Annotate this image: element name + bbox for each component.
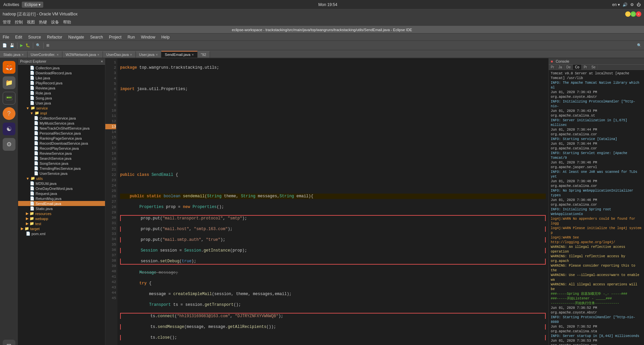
menu-project[interactable]: Project bbox=[108, 34, 123, 40]
tab-static-java[interactable]: Static.java × bbox=[0, 51, 28, 58]
console-tab-pr2[interactable]: Pr bbox=[582, 65, 589, 70]
console-tab-ja[interactable]: Ja bbox=[556, 65, 565, 70]
console-output: Tomcat v9.0 Server at localhost [Apache … bbox=[549, 70, 644, 345]
tree-item-test-folder[interactable]: ▶ 📁 test bbox=[18, 221, 105, 226]
sidebar-help-icon[interactable]: ? bbox=[3, 107, 15, 120]
tab-close-static[interactable]: × bbox=[22, 53, 24, 57]
toolbar-debug[interactable]: 🐛 bbox=[24, 43, 31, 48]
project-explorer-content[interactable]: 📄 Collection.java 📄 DownloadRecord.java … bbox=[18, 65, 105, 345]
tree-item-newtrackservice[interactable]: 📄 NewTrackOnShelfService.java bbox=[18, 126, 105, 131]
power-icon[interactable]: ⏻ bbox=[637, 2, 641, 7]
tree-item-sendemail-selected[interactable]: 📄 SendEmail.java bbox=[18, 201, 105, 206]
menu-help[interactable]: 帮助 bbox=[63, 19, 71, 25]
tree-item-personalrecservice[interactable]: 📄 PersonalRecService.java bbox=[18, 131, 105, 136]
tree-item-target-folder[interactable]: ▶ 📁 target bbox=[18, 226, 105, 231]
console-tab-co[interactable]: Co bbox=[573, 65, 582, 70]
menu-run[interactable]: Run bbox=[126, 34, 136, 40]
tree-item-downloadrecord[interactable]: 📄 DownloadRecord.java bbox=[18, 70, 105, 75]
tree-item-mymusicservice[interactable]: 📄 MyMusicService.java bbox=[18, 121, 105, 126]
activities-btn[interactable]: Activities bbox=[3, 2, 19, 7]
tree-item-onedayoneword[interactable]: 📄 OneDayOneWord.java bbox=[18, 186, 105, 191]
toolbar-new[interactable]: 📄 bbox=[1, 43, 8, 48]
tree-item-returnmsg[interactable]: 📄 ReturnMsg.java bbox=[18, 196, 105, 201]
tree-item-static[interactable]: 📄 Static.java bbox=[18, 206, 105, 211]
tree-item-webapp-folder[interactable]: ▶ 📁 webapp bbox=[18, 216, 105, 221]
tree-item-songservice[interactable]: 📄 SongService.java bbox=[18, 161, 105, 166]
tab-userdao[interactable]: UserDao.java × bbox=[103, 51, 136, 58]
menu-navigate[interactable]: Navigate bbox=[67, 34, 85, 40]
console-tab-se[interactable]: Se bbox=[589, 65, 598, 70]
close-btn[interactable]: × bbox=[636, 11, 641, 17]
sidebar-grid-icon[interactable]: ⊞ bbox=[3, 340, 15, 345]
tab-92[interactable]: "92 bbox=[198, 51, 210, 58]
toolbar-run[interactable]: ▶ bbox=[19, 43, 24, 48]
tree-item-recorddownloadservice[interactable]: 📄 RecordDownloadService.java bbox=[18, 141, 105, 146]
sidebar-firefox-icon[interactable]: 🦊 bbox=[3, 61, 15, 74]
tab-close-usercontroller[interactable]: × bbox=[57, 53, 59, 57]
tree-item-collection[interactable]: 📄 Collection.java bbox=[18, 65, 105, 70]
menu-search[interactable]: Search bbox=[89, 34, 104, 40]
eclipse-title-bar: eclipse-workspace - trackstacking/src/ma… bbox=[0, 26, 644, 33]
tree-item-service-folder[interactable]: ▼ 📁 service bbox=[18, 106, 105, 111]
console-line: log4j:WARN See http://logging.apache.org… bbox=[551, 235, 642, 245]
tree-item-reviewservice[interactable]: 📄 ReviewService.java bbox=[18, 151, 105, 156]
tree-item-rankingservice[interactable]: 📄 RankingPageService.java bbox=[18, 136, 105, 141]
tree-item-song[interactable]: 📄 Song.java bbox=[18, 95, 105, 100]
tree-item-trendingservice[interactable]: 📄 TrendingRecService.java bbox=[18, 166, 105, 171]
toolbar-perspective[interactable]: ⊞ bbox=[45, 43, 50, 48]
tree-item-user-entity[interactable]: 📄 User.java bbox=[18, 100, 105, 106]
tab-close-user[interactable]: × bbox=[156, 53, 158, 57]
tree-item-pom[interactable]: 📄 pom.xml bbox=[18, 231, 105, 236]
tab-close-sendemail[interactable]: × bbox=[192, 53, 194, 57]
tree-item-collectionservice[interactable]: 📄 CollectionService.java bbox=[18, 116, 105, 121]
eclipse-app-btn[interactable]: Eclipse ▾ bbox=[22, 2, 43, 8]
menu-help-eclipse[interactable]: Help bbox=[160, 34, 171, 40]
toolbar-search[interactable]: 🔍 bbox=[35, 43, 42, 48]
tree-item-review[interactable]: 📄 Review.java bbox=[18, 85, 105, 90]
tree-item-request[interactable]: 📄 Request.java bbox=[18, 191, 105, 196]
tab-usercontroller[interactable]: UserController. × bbox=[28, 51, 62, 58]
toolbar-search-global[interactable]: 🔍 bbox=[636, 43, 643, 48]
maximize-btn[interactable]: □ bbox=[631, 11, 636, 17]
menu-control[interactable]: 控制 bbox=[15, 19, 23, 25]
menu-file[interactable]: File bbox=[1, 34, 10, 40]
menu-source[interactable]: Source bbox=[27, 34, 42, 40]
console-tab-pr1[interactable]: Pr bbox=[549, 65, 556, 70]
tab-close-userdao[interactable]: × bbox=[130, 53, 132, 57]
menu-edit[interactable]: Edit bbox=[14, 34, 23, 40]
lang-indicator[interactable]: en ▾ bbox=[612, 2, 620, 7]
tab-close-w2wnetwork[interactable]: × bbox=[97, 53, 99, 57]
tree-item-userservice[interactable]: 📄 UserService.java bbox=[18, 171, 105, 176]
code-editor[interactable]: 12345 678910 11121314 151617181920 21222… bbox=[105, 58, 548, 345]
tree-item-searchservice[interactable]: 📄 SearchService.java bbox=[18, 156, 105, 161]
sidebar-eclipse-icon[interactable]: ☯ bbox=[3, 123, 15, 135]
tree-item-like[interactable]: 📄 Like.java bbox=[18, 75, 105, 80]
tree-item-resources-folder[interactable]: ▶ 📁 resources bbox=[18, 211, 105, 216]
settings-icon[interactable]: ⚙ bbox=[630, 2, 634, 7]
code-content[interactable]: 12345 678910 11121314 151617181920 21222… bbox=[105, 58, 548, 345]
minimize-btn[interactable]: − bbox=[625, 11, 631, 17]
menu-view[interactable]: 视图 bbox=[27, 19, 35, 25]
code-text[interactable]: package top.wangruns.trackstacking.utils… bbox=[117, 58, 548, 345]
tab-sendemail[interactable]: SendEmail.java × bbox=[161, 51, 197, 58]
tree-item-recordplayservice[interactable]: 📄 RecordPlayService.java bbox=[18, 146, 105, 151]
tree-item-impl-folder[interactable]: ▼ 📁 impl bbox=[18, 111, 105, 116]
tab-user[interactable]: User.java × bbox=[136, 51, 162, 58]
tree-item-utils-folder[interactable]: ▼ 📁 utils bbox=[18, 176, 105, 181]
tree-item-role[interactable]: 📄 Role.java bbox=[18, 90, 105, 95]
tree-item-playrecord[interactable]: 📄 PlayRecord.java bbox=[18, 80, 105, 85]
menu-hotkey[interactable]: 热键 bbox=[39, 19, 47, 25]
menu-refactor[interactable]: Refactor bbox=[46, 34, 63, 40]
volume-icon[interactable]: 🔊 bbox=[623, 2, 628, 7]
tab-w2wnetwork[interactable]: W2WNetwork.java × bbox=[62, 51, 103, 58]
menu-devices[interactable]: 设备 bbox=[51, 19, 59, 25]
sidebar-terminal-icon[interactable]: 📟 bbox=[3, 92, 15, 105]
menu-manage[interactable]: 管理 bbox=[3, 19, 11, 25]
menu-window[interactable]: Window bbox=[140, 34, 157, 40]
project-explorer-close[interactable]: × bbox=[101, 59, 103, 63]
tree-item-md5util[interactable]: 📄 MD5Util.java bbox=[18, 181, 105, 186]
sidebar-settings-icon[interactable]: ⚙ bbox=[3, 138, 15, 151]
sidebar-files-icon[interactable]: 📁 bbox=[3, 76, 15, 89]
console-tab-de[interactable]: De bbox=[565, 65, 573, 70]
toolbar-save[interactable]: 💾 bbox=[9, 43, 15, 48]
